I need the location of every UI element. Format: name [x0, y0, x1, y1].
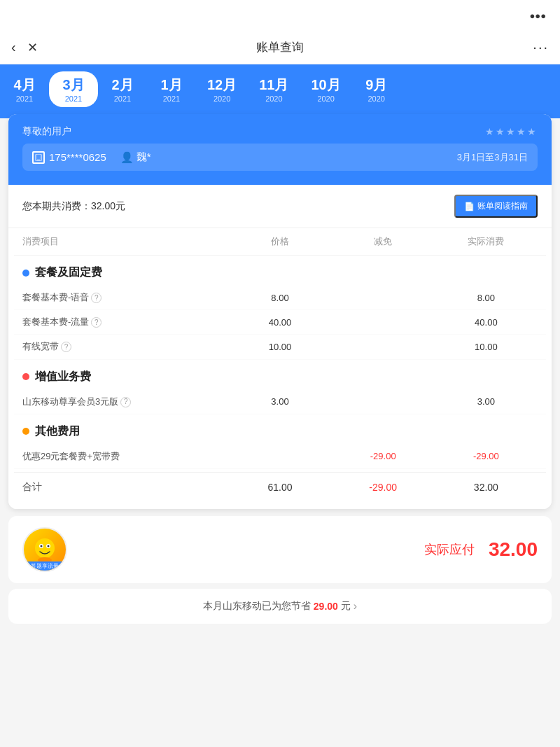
savings-amount: 29.00 [314, 601, 338, 612]
item-discount: -29.00 [332, 451, 435, 461]
svg-point-6 [48, 545, 50, 547]
phone-icon [32, 151, 45, 164]
card-header: 尊敬的用户 ★★★★★ 175****0625 👤 魏* [8, 114, 552, 185]
phone-container: ●●● ‹ ✕ 账单查询 ··· 4月 2021 3月 2021 2月 2021… [0, 0, 560, 747]
svg-point-5 [41, 545, 43, 547]
svg-point-2 [35, 538, 55, 558]
section-title-other: 其他费用 [14, 414, 546, 445]
nav-title: 账单查询 [256, 39, 304, 55]
item-price: 3.00 [228, 396, 331, 407]
user-icon: 👤 [120, 151, 134, 164]
mascot-label: 答题享流量 [24, 561, 66, 571]
help-icon[interactable]: ? [61, 342, 71, 352]
nav-back-buttons: ‹ ✕ [11, 39, 38, 55]
card-body: 您本期共消费：32.00元 📄 账单阅读指南 消费项目 价格 减免 实际消费 [8, 185, 552, 509]
tab-1month[interactable]: 1月 2021 [147, 71, 196, 107]
svg-rect-1 [37, 160, 40, 160]
item-actual: 8.00 [435, 293, 538, 303]
item-actual: 3.00 [435, 396, 538, 407]
tab-4month[interactable]: 4月 2021 [0, 71, 49, 107]
item-actual: -29.00 [435, 451, 538, 461]
header-col-actual: 实际消费 [435, 235, 538, 248]
actual-amount: 32.00 [489, 538, 538, 561]
item-price: 40.00 [228, 317, 331, 328]
tab-3month[interactable]: 3月 2021 [49, 71, 98, 107]
savings-text-suffix: 元 [341, 600, 351, 613]
help-icon[interactable]: ? [91, 293, 102, 303]
savings-text-prefix: 本月山东移动已为您节省 [203, 600, 311, 613]
tab-12month[interactable]: 12月 2020 [196, 71, 248, 107]
bill-table: 消费项目 价格 减免 实际消费 套餐及固定费 套餐基本费-语音? 8.00 8.… [8, 228, 552, 502]
bottom-payment-section: 答题享流量 实际应付 32.00 [8, 516, 552, 583]
chevron-right-icon: › [354, 600, 357, 613]
phone-number: 175****0625 [32, 151, 106, 164]
table-header: 消费项目 价格 减免 实际消费 [14, 228, 546, 256]
table-row: 山东移动尊享会员3元版? 3.00 3.00 [14, 390, 546, 414]
more-menu-button[interactable]: ··· [533, 39, 549, 55]
month-tabs: 4月 2021 3月 2021 2月 2021 1月 2021 12月 2020… [0, 64, 560, 118]
phone-num-text: 175****0625 [49, 151, 106, 163]
greeting-text: 尊敬的用户 [22, 125, 71, 138]
item-price: 10.00 [228, 342, 331, 352]
tab-11month[interactable]: 11月 2020 [248, 71, 300, 107]
table-row: 优惠29元套餐费+宽带费 -29.00 -29.00 [14, 445, 546, 469]
tab-10month[interactable]: 10月 2020 [300, 71, 352, 107]
greeting-row: 尊敬的用户 ★★★★★ [22, 125, 538, 138]
summary-price: 61.00 [228, 482, 331, 493]
guide-icon: 📄 [464, 202, 475, 211]
main-card: 尊敬的用户 ★★★★★ 175****0625 👤 魏* [8, 114, 552, 509]
rating-stars: ★★★★★ [485, 126, 538, 137]
savings-bar[interactable]: 本月山东移动已为您节省 29.00 元 › [8, 589, 552, 624]
table-row: 套餐基本费-流量? 40.00 40.00 [14, 310, 546, 335]
guide-label: 账单阅读指南 [477, 200, 528, 212]
back-icon[interactable]: ‹ [11, 39, 16, 55]
user-name-text: 魏* [136, 151, 151, 164]
section-title-package: 套餐及固定费 [14, 256, 546, 286]
section-3-title: 其他费用 [35, 424, 80, 439]
table-row: 有线宽带? 10.00 10.00 [14, 335, 546, 359]
item-price: 8.00 [228, 293, 331, 303]
section-1-title: 套餐及固定费 [35, 265, 102, 280]
summary-actual: 32.00 [435, 482, 538, 493]
summary-discount: -29.00 [332, 482, 435, 493]
dot-red [22, 373, 29, 380]
summary-label: 合计 [22, 481, 228, 494]
nav-bar: ‹ ✕ 账单查询 ··· [0, 31, 560, 64]
actual-label: 实际应付 [424, 541, 475, 558]
summary-row: 合计 61.00 -29.00 32.00 [14, 472, 546, 502]
header-col-price: 价格 [228, 235, 331, 248]
mascot-container: 答题享流量 [22, 527, 67, 572]
status-icons: ●●● [529, 11, 546, 21]
tab-2month[interactable]: 2月 2021 [98, 71, 147, 107]
dot-orange [22, 428, 29, 435]
item-name: 优惠29元套餐费+宽带费 [22, 450, 228, 463]
item-actual: 40.00 [435, 317, 538, 328]
section-2-title: 增值业务费 [35, 370, 91, 384]
close-icon[interactable]: ✕ [27, 40, 38, 55]
account-info: 175****0625 👤 魏* 3月1日至3月31日 [22, 144, 538, 171]
total-text: 您本期共消费：32.00元 [22, 200, 125, 213]
help-icon[interactable]: ? [120, 397, 131, 407]
dot-blue [22, 270, 29, 277]
item-name: 有线宽带? [22, 340, 228, 353]
guide-button[interactable]: 📄 账单阅读指南 [454, 195, 538, 218]
payment-info: 实际应付 32.00 [424, 538, 538, 561]
item-name: 套餐基本费-流量? [22, 316, 228, 328]
date-range: 3月1日至3月31日 [457, 151, 528, 164]
table-row: 套餐基本费-语音? 8.00 8.00 [14, 286, 546, 310]
item-name: 套餐基本费-语音? [22, 291, 228, 304]
mascot: 答题享流量 [22, 527, 67, 572]
item-actual: 10.00 [435, 342, 538, 352]
help-icon[interactable]: ? [91, 317, 102, 328]
header-col-discount: 减免 [332, 235, 435, 248]
section-title-vas: 增值业务费 [14, 360, 546, 390]
user-name: 👤 魏* [120, 151, 151, 164]
header-col-item: 消费项目 [22, 235, 228, 248]
item-name: 山东移动尊享会员3元版? [22, 396, 228, 408]
total-row: 您本期共消费：32.00元 📄 账单阅读指南 [8, 185, 552, 228]
tab-9month[interactable]: 9月 2020 [352, 71, 401, 107]
status-bar: ●●● [0, 0, 560, 31]
